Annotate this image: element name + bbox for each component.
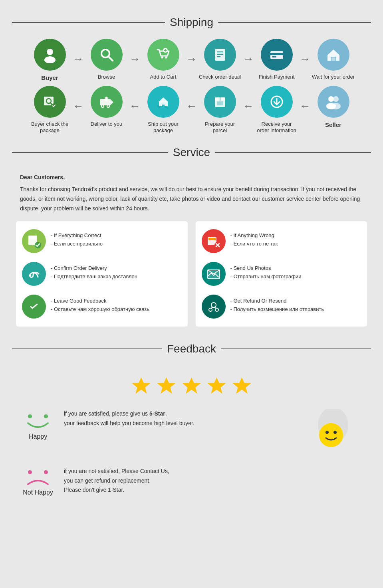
arrow-r2-3 <box>186 86 197 113</box>
svg-point-39 <box>328 96 334 102</box>
svg-rect-14 <box>270 53 283 55</box>
happy-message: if you are satisfied, please give us 5-S… <box>64 409 291 428</box>
check-icon <box>42 93 58 110</box>
flow-item-check: Buyer check the package <box>28 86 72 135</box>
payment-label: Finish Payment <box>259 74 295 81</box>
svg-point-55 <box>209 308 212 311</box>
refund-text: - Get Refund Or Resend - Получить возмещ… <box>230 295 324 314</box>
not-happy-line3: Please don't give 1-Star. <box>64 487 124 493</box>
header-line-left <box>12 22 165 23</box>
svg-marker-61 <box>182 378 200 394</box>
happy-line3: your feedback will help you become high … <box>64 420 194 426</box>
svg-point-68 <box>325 431 329 434</box>
feedback-row-not-happy: Not Happy if you are not satisfied, Plea… <box>20 465 363 496</box>
feedback-line-left <box>12 348 162 349</box>
feedback-line-right <box>221 348 371 349</box>
flow-item-seller: Seller <box>312 86 355 129</box>
flow-item-prepare: Prepare your parcel <box>198 86 242 135</box>
svg-point-5 <box>165 57 167 59</box>
confirm-icon <box>22 262 46 286</box>
svg-point-1 <box>44 56 56 63</box>
shipping-row-2: Buyer check the package Deliver to you <box>12 86 371 135</box>
prepare-circle <box>204 86 236 118</box>
ship-icon <box>155 93 172 110</box>
not-happy-face-svg <box>22 465 54 489</box>
svg-rect-49 <box>208 238 216 240</box>
flow-item-browse: Browse <box>85 39 129 81</box>
not-happy-message: if you are not satisfied, Please Contact… <box>64 467 363 495</box>
arrow-1 <box>73 39 84 65</box>
svg-point-54 <box>211 303 216 307</box>
svg-point-25 <box>102 105 103 107</box>
stars-row <box>20 375 363 397</box>
star-2 <box>155 375 177 397</box>
cart-label: Add to Cart <box>150 74 177 81</box>
star-1 <box>130 375 152 397</box>
service-row-confirm: - Confirm Order Delivery - Подтвердите в… <box>22 262 182 286</box>
service-body: Thanks for choosing Tendroid's product a… <box>20 185 363 213</box>
feedback-icon <box>22 295 46 319</box>
svg-marker-60 <box>157 378 175 394</box>
happy-line2: , <box>165 410 167 417</box>
svg-point-67 <box>319 423 343 447</box>
flow-item-payment: Finish Payment <box>255 39 299 81</box>
cart-icon <box>155 46 172 63</box>
arrow-5 <box>300 39 311 65</box>
star-4 <box>206 375 228 397</box>
deliver-label: Deliver to you <box>91 121 122 128</box>
seller-icon <box>325 93 342 110</box>
flow-item-cart: Add to Cart <box>141 39 185 81</box>
flow-item-deliver: Deliver to you <box>85 86 129 128</box>
service-row-refund: - Get Refund Or Resend - Получить возмещ… <box>202 295 361 319</box>
svg-point-4 <box>161 57 163 59</box>
svg-rect-36 <box>217 101 223 105</box>
confirm-text: - Confirm Order Delivery - Подтвердите в… <box>51 262 137 281</box>
arrow-r2-1 <box>73 86 84 113</box>
ship-circle <box>147 86 179 118</box>
wait-circle <box>318 39 349 71</box>
browse-label: Browse <box>98 74 115 81</box>
svg-rect-44 <box>29 236 36 240</box>
feedback-title: Feedback <box>167 343 216 355</box>
svg-point-70 <box>28 470 32 474</box>
not-happy-line1: if you are not satisfied, Please Contact… <box>64 468 169 474</box>
svg-marker-62 <box>207 378 226 394</box>
not-happy-label: Not Happy <box>23 489 53 496</box>
prepare-label: Prepare your parcel <box>198 121 242 135</box>
svg-point-40 <box>333 96 339 102</box>
service-description: Dear Customers, Thanks for choosing Tend… <box>12 169 371 221</box>
not-happy-line2: you can get refund or replacement. <box>64 477 151 484</box>
page-wrapper: Shipping Buyer Browse <box>0 0 383 532</box>
browse-icon <box>98 46 115 63</box>
payment-icon <box>268 46 285 63</box>
service-line-left <box>12 152 168 153</box>
flow-item-order: Check order detail <box>198 39 242 81</box>
smiley-container <box>299 409 363 453</box>
svg-rect-17 <box>331 57 335 61</box>
svg-line-58 <box>214 307 217 308</box>
correct-icon <box>22 229 46 253</box>
prepare-icon <box>212 93 228 110</box>
service-row-feedback: - Leave Good Feedback - Оставьте нам хор… <box>22 295 182 319</box>
receive-icon <box>268 93 285 110</box>
svg-point-42 <box>331 103 341 109</box>
order-icon <box>212 46 228 63</box>
svg-marker-23 <box>110 99 113 105</box>
smiley-face-svg <box>311 409 351 453</box>
buyer-icon <box>42 46 58 63</box>
order-circle <box>204 39 236 71</box>
shipping-row-1: Buyer Browse <box>12 39 371 82</box>
service-row-wrong: - If Anything Wrong - Если что-то не так <box>202 229 361 253</box>
header-line-right <box>218 22 371 23</box>
happy-face: Happy <box>20 409 56 440</box>
service-row-photos: - Send Us Photos - Отправить нам фотогра… <box>202 262 361 286</box>
svg-rect-32 <box>162 105 165 107</box>
ship-label: Ship out your package <box>141 121 185 135</box>
deliver-circle <box>91 86 123 118</box>
arrow-2 <box>129 39 141 65</box>
receive-label: Receive your order information <box>257 121 297 135</box>
photos-icon <box>202 262 226 286</box>
wrong-text: - If Anything Wrong - Если что-то не так <box>230 229 278 248</box>
svg-point-0 <box>47 49 53 55</box>
service-greeting: Dear Customers, <box>20 173 363 182</box>
